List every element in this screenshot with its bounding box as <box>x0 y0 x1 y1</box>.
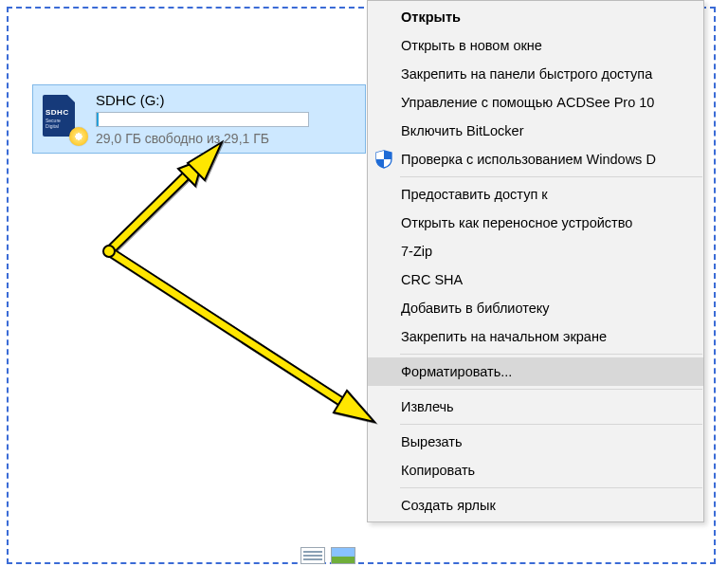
menu-item-label: Открыть как переносное устройство <box>401 215 632 230</box>
disc-overlay-icon <box>69 127 88 146</box>
menu-item-закрепить-на-панели-быстрого-доступа[interactable]: Закрепить на панели быстрого доступа <box>368 60 703 88</box>
menu-separator <box>400 424 702 425</box>
sd-card-subtext: Secure Digital <box>46 118 75 129</box>
menu-item-label: Проверка с использованием Windows D <box>401 152 656 167</box>
menu-separator <box>400 389 702 390</box>
view-mode-switcher <box>300 547 355 564</box>
drive-usage-fill <box>97 113 99 126</box>
menu-item-label: Извлечь <box>401 399 454 414</box>
menu-item-label: Предоставить доступ к <box>401 187 548 202</box>
sd-card-text: SDHC <box>46 108 69 117</box>
menu-item-label: Закрепить на панели быстрого доступа <box>401 66 652 82</box>
menu-item-label: Форматировать... <box>401 364 512 379</box>
menu-item-label: Вырезать <box>401 434 463 449</box>
menu-item-label: 7-Zip <box>401 244 432 259</box>
menu-item-label: Управление с помощью ACDSee Pro 10 <box>401 95 654 110</box>
menu-item-label: CRC SHA <box>401 272 463 287</box>
menu-item-label: Открыть <box>401 9 461 25</box>
drive-usage-bar <box>96 112 309 127</box>
shield-icon <box>374 150 393 169</box>
sdhc-drive-icon: SDHC Secure Digital <box>43 95 86 144</box>
menu-item-label: Открыть в новом окне <box>401 38 542 53</box>
menu-separator <box>400 176 702 177</box>
menu-item-открыть-как-переносное-устройство[interactable]: Открыть как переносное устройство <box>368 209 703 237</box>
menu-item-label: Копировать <box>401 463 475 478</box>
drive-tile[interactable]: SDHC Secure Digital SDHC (G:) 29,0 ГБ св… <box>32 84 366 154</box>
menu-item-копировать[interactable]: Копировать <box>368 456 703 484</box>
menu-item-управление-с-помощью-acdsee-pro-10[interactable]: Управление с помощью ACDSee Pro 10 <box>368 88 703 117</box>
drive-context-menu: ОткрытьОткрыть в новом окнеЗакрепить на … <box>367 0 704 522</box>
menu-separator <box>400 354 702 355</box>
menu-item-форматировать[interactable]: Форматировать... <box>368 357 703 386</box>
drive-free-text: 29,0 ГБ свободно из 29,1 ГБ <box>96 131 355 146</box>
menu-item-label: Добавить в библиотеку <box>401 301 550 316</box>
menu-item-открыть-в-новом-окне[interactable]: Открыть в новом окне <box>368 31 703 60</box>
menu-item-вырезать[interactable]: Вырезать <box>368 428 703 456</box>
menu-item-предоставить-доступ-к[interactable]: Предоставить доступ к <box>368 180 703 209</box>
drive-info: SDHC (G:) 29,0 ГБ свободно из 29,1 ГБ <box>96 92 355 146</box>
menu-item-проверка-с-использованием-windows-d[interactable]: Проверка с использованием Windows D <box>368 145 703 174</box>
drive-label: SDHC (G:) <box>96 92 355 108</box>
menu-item-открыть[interactable]: Открыть <box>368 3 703 31</box>
menu-item-crc-sha[interactable]: CRC SHA <box>368 265 703 294</box>
menu-item-создать-ярлык[interactable]: Создать ярлык <box>368 491 703 520</box>
menu-separator <box>400 487 702 488</box>
menu-item-включить-bitlocker[interactable]: Включить BitLocker <box>368 117 703 145</box>
menu-item-7-zip[interactable]: 7-Zip <box>368 237 703 265</box>
menu-item-добавить-в-библиотеку[interactable]: Добавить в библиотеку <box>368 294 703 322</box>
menu-item-label: Создать ярлык <box>401 498 496 513</box>
view-list-icon[interactable] <box>300 547 325 564</box>
menu-item-label: Закрепить на начальном экране <box>401 329 607 344</box>
menu-item-закрепить-на-начальном-экране[interactable]: Закрепить на начальном экране <box>368 322 703 351</box>
view-thumbnails-icon[interactable] <box>331 547 355 564</box>
menu-item-label: Включить BitLocker <box>401 123 524 138</box>
menu-item-извлечь[interactable]: Извлечь <box>368 393 703 421</box>
